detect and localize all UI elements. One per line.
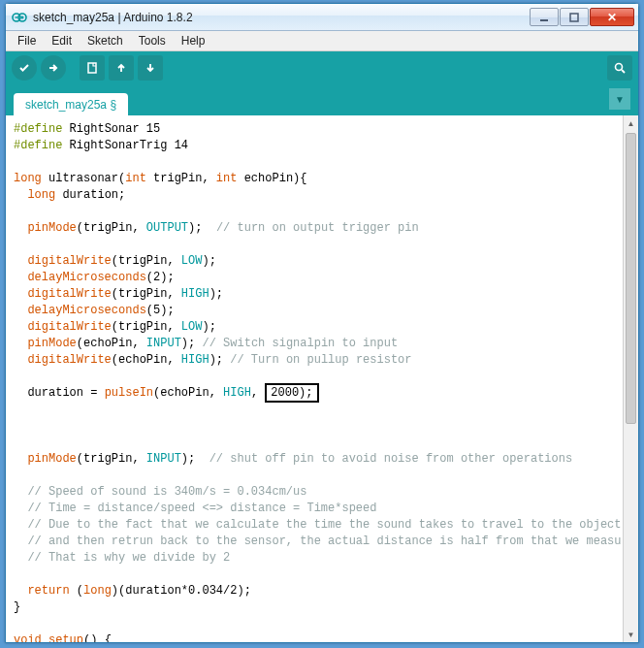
svg-rect-5 (540, 19, 548, 21)
scroll-up-button[interactable]: ▲ (624, 115, 638, 131)
menu-tools[interactable]: Tools (131, 32, 174, 49)
svg-rect-6 (570, 14, 578, 21)
menu-edit[interactable]: Edit (44, 32, 80, 49)
tab-menu-button[interactable]: ▼ (609, 88, 630, 110)
scroll-down-button[interactable]: ▼ (624, 627, 638, 642)
menu-file[interactable]: File (10, 32, 44, 49)
window-title: sketch_may25a | Arduino 1.8.2 (33, 11, 530, 24)
arduino-icon (12, 10, 27, 25)
code-content[interactable]: #define RightSonar 15 #define RightSonar… (14, 121, 630, 642)
maximize-button[interactable] (560, 8, 589, 26)
toolbar (6, 51, 638, 84)
code-editor[interactable]: #define RightSonar 15 #define RightSonar… (6, 115, 638, 642)
svg-rect-7 (88, 63, 96, 73)
minimize-button[interactable] (530, 8, 559, 26)
new-button[interactable] (80, 55, 105, 81)
open-button[interactable] (109, 55, 134, 81)
highlighted-timeout-value: 2000); (265, 383, 318, 403)
tab-sketch[interactable]: sketch_may25a § (14, 93, 128, 115)
serial-monitor-button[interactable] (607, 55, 632, 81)
vertical-scrollbar[interactable]: ▲ ▼ (623, 115, 638, 642)
titlebar[interactable]: sketch_may25a | Arduino 1.8.2 ✕ (6, 4, 638, 31)
app-window: sketch_may25a | Arduino 1.8.2 ✕ File Edi… (5, 3, 639, 643)
tabbar: sketch_may25a § ▼ (6, 84, 638, 115)
menu-help[interactable]: Help (174, 32, 213, 49)
upload-button[interactable] (41, 55, 66, 81)
svg-line-9 (622, 70, 625, 73)
close-button[interactable]: ✕ (590, 8, 634, 26)
menubar: File Edit Sketch Tools Help (6, 31, 638, 51)
verify-button[interactable] (12, 55, 37, 81)
save-button[interactable] (138, 55, 163, 81)
svg-point-8 (616, 64, 623, 71)
scrollbar-thumb[interactable] (626, 133, 636, 424)
menu-sketch[interactable]: Sketch (80, 32, 131, 49)
